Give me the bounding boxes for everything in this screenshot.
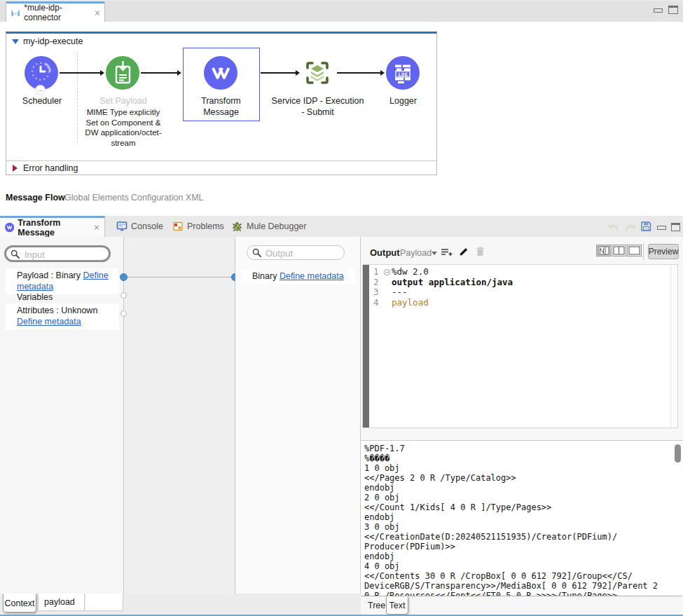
code-line: 3 ---	[369, 287, 670, 298]
set-payload-document-icon	[106, 56, 139, 90]
preview-line: 4 0 obj	[364, 561, 672, 571]
output-binary-label: Binary	[252, 271, 277, 281]
service-idp-component[interactable]	[301, 56, 334, 90]
tab-spacer	[85, 594, 123, 611]
debugger-bug-icon	[231, 221, 243, 232]
tab-transform-message-label: Transform Message	[18, 218, 90, 238]
scrollbar-thumb[interactable]	[675, 444, 681, 463]
collapse-icon[interactable]	[384, 269, 390, 275]
undo-icon[interactable]	[607, 222, 621, 233]
maximize-panel-icon[interactable]	[671, 223, 680, 231]
dataweave-icon	[204, 56, 237, 90]
tab-global-elements[interactable]: Global Elements	[64, 193, 129, 203]
minimize-panel-icon[interactable]	[657, 226, 666, 230]
expand-triangle-icon[interactable]	[13, 165, 18, 172]
console-icon	[116, 221, 127, 232]
bottom-panel-tab-bar: Transform Message Console Problems	[0, 216, 683, 238]
dataweave-code-editor[interactable]: 1 %dw 2.0 2 output application/java 3 --…	[362, 264, 678, 428]
preview-line: <</Pages 2 0 R /Type/Catalog>>	[364, 473, 672, 483]
flow-header[interactable]: my-idp-execute	[12, 36, 83, 46]
mapping-connection-line	[124, 277, 235, 278]
define-metadata-link[interactable]: Define metadata	[280, 271, 344, 281]
preview-button[interactable]: Preview	[648, 244, 679, 259]
logger-component[interactable]: LOG	[386, 56, 420, 90]
set-payload-component[interactable]	[106, 56, 139, 90]
connector-arrow	[261, 72, 296, 74]
output-header-label: Output	[370, 247, 400, 258]
minimize-icon[interactable]	[654, 8, 663, 13]
tab-payload[interactable]: payload	[38, 594, 85, 611]
arrow-right-icon: →	[37, 87, 43, 93]
preview-line: %PDF-1.7	[364, 444, 672, 453]
tab-configuration-xml[interactable]: Configuration XML	[131, 193, 204, 203]
code-text: ---	[392, 287, 408, 298]
code-line: 4 payload	[369, 298, 670, 308]
transform-editor: Payload : Binary Define metadata Variabl…	[0, 237, 683, 616]
code-text: output application/java	[392, 278, 513, 288]
transform-message-component[interactable]	[204, 56, 237, 90]
preview-output-pane[interactable]: %PDF-1.7%����1 0 obj<</Pages 2 0 R /Type…	[361, 440, 682, 596]
close-icon[interactable]	[94, 224, 99, 231]
close-icon[interactable]	[95, 10, 100, 16]
flow-container: my-idp-execute → Scheduler	[6, 32, 437, 175]
flow-name: my-idp-execute	[23, 36, 83, 46]
tab-problems-label: Problems	[187, 221, 224, 231]
mapping-port-payload-input[interactable]	[120, 273, 127, 281]
mapping-port-variables[interactable]	[120, 292, 127, 299]
tab-context[interactable]: Context	[3, 594, 36, 612]
mapping-port-attributes[interactable]	[120, 310, 127, 317]
add-target-icon[interactable]	[440, 246, 453, 259]
tab-tree[interactable]: Tree	[368, 601, 385, 610]
collapse-triangle-icon[interactable]	[12, 39, 19, 44]
fold-marker[interactable]	[383, 267, 392, 278]
output-search-box[interactable]	[247, 245, 345, 260]
input-attributes-row[interactable]: Attributes : Unknown Define metadata	[6, 303, 119, 329]
connector-arrow	[337, 72, 380, 74]
input-search-box[interactable]	[4, 245, 111, 262]
layout-single-button[interactable]	[627, 245, 642, 256]
logger-icon: LOG	[386, 56, 420, 90]
pdf-preview-lines: %PDF-1.7%����1 0 obj<</Pages 2 0 R /Type…	[364, 444, 672, 596]
input-tree-panel: Payload : Binary Define metadata Variabl…	[0, 237, 124, 594]
preview-line: endobj	[364, 552, 672, 561]
layout-columns-button[interactable]	[612, 245, 626, 256]
edit-pencil-icon[interactable]	[458, 246, 469, 257]
tab-context-label: Context	[4, 598, 34, 608]
payload-target-selector[interactable]: Payload	[400, 248, 432, 258]
redo-icon[interactable]	[623, 222, 637, 233]
chevron-down-icon[interactable]	[432, 252, 437, 255]
tab-text-label: Text	[389, 601, 406, 610]
preview-line: endobj	[364, 512, 672, 522]
editor-tab-title: *mule-idp-connector	[24, 3, 91, 22]
script-panel: Output Payload	[361, 237, 683, 616]
tab-problems[interactable]: Problems	[168, 216, 228, 237]
output-search-input[interactable]	[264, 246, 343, 261]
input-variables-label: Variables	[17, 292, 53, 302]
connector-arrow	[60, 72, 100, 74]
tab-console[interactable]: Console	[112, 216, 167, 237]
scheduler-flow-badge: →	[35, 85, 46, 95]
tab-message-flow[interactable]: Message Flow	[6, 193, 65, 203]
input-payload-label: Payload : Binary	[17, 271, 81, 280]
problems-icon	[172, 221, 184, 232]
tab-mule-debugger[interactable]: Mule Debugger	[227, 216, 310, 237]
input-variables-row[interactable]: Variables	[6, 290, 119, 305]
error-handling-section[interactable]: Error handling	[6, 160, 436, 175]
save-icon[interactable]	[640, 220, 652, 233]
idp-scan-icon	[301, 56, 334, 90]
define-metadata-link[interactable]: Define metadata	[17, 317, 81, 327]
layout-combined-button[interactable]	[596, 245, 611, 256]
delete-trash-icon[interactable]	[475, 246, 485, 257]
mapping-canvas	[124, 237, 235, 594]
editor-tab-mule-idp-connector[interactable]: *mule-idp-connector	[6, 1, 105, 22]
preview-line: endobj	[364, 483, 672, 493]
code-text: payload	[392, 298, 429, 308]
editor-annotation-ruler	[363, 265, 369, 427]
input-search-input[interactable]	[23, 247, 107, 261]
line-number: 1	[369, 267, 383, 278]
tab-text[interactable]: Text	[386, 596, 408, 615]
maximize-icon[interactable]	[668, 6, 678, 14]
output-binary-row[interactable]: Binary Define metadata	[241, 269, 354, 284]
service-idp-label: Service IDP - Execution - Submit	[270, 96, 366, 118]
tab-transform-message[interactable]: Transform Message	[0, 216, 105, 237]
